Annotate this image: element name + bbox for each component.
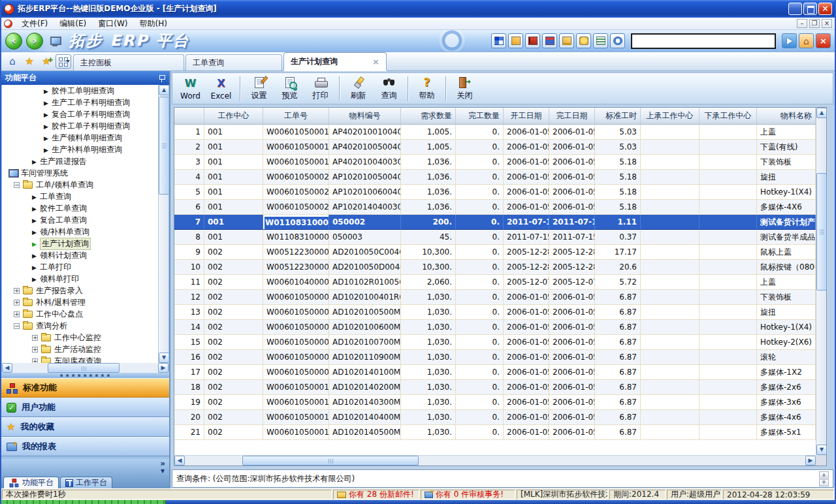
spin-down-icon[interactable]: ▼ — [819, 479, 829, 486]
scroll-up-icon[interactable]: ▲ — [816, 108, 827, 118]
tree-item[interactable]: 工单查询 — [2, 191, 169, 202]
tree-item[interactable]: −查询分析 — [2, 320, 169, 332]
minimize-button[interactable]: _ — [788, 3, 802, 15]
expand-icon[interactable]: + — [32, 347, 38, 353]
table-row[interactable]: 19002W006010500011AD1020140300M001,030.0… — [174, 395, 816, 410]
tree-item[interactable]: 胶件工单明细查询 — [2, 85, 169, 97]
menu-file[interactable]: 文件(F) — [16, 18, 54, 29]
tree-scroll-thumb[interactable] — [159, 97, 169, 195]
tree-item[interactable]: 生产补料单明细查询 — [2, 144, 169, 155]
table-row[interactable]: 6001W006010500022AP10201404003001,036.0.… — [174, 200, 816, 215]
help-button[interactable]: ?帮助 — [411, 74, 442, 103]
table-row[interactable]: 20002W006010500012AD1020140400M001,030.0… — [174, 410, 816, 425]
tree-item[interactable]: 生产领料单明细查询 — [2, 132, 169, 144]
word-export-button[interactable]: WWord — [175, 74, 206, 103]
tab-work-platform[interactable]: 工作平台 — [60, 477, 112, 488]
tree-item[interactable]: 领料计划查询 — [2, 249, 169, 261]
tree-item[interactable]: +补料/退料管理 — [2, 296, 169, 308]
column-header[interactable]: 工单号 — [263, 108, 329, 124]
tree-item[interactable]: 胶件工单查询 — [2, 202, 169, 214]
column-header[interactable] — [174, 108, 204, 124]
tree-item[interactable]: 生产计划查询 — [2, 238, 169, 249]
forward-icon[interactable]: › — [26, 33, 43, 50]
star-icon[interactable]: ★ — [22, 54, 37, 69]
table-row[interactable]: 21002W006010500013AD1020140500M001,030.0… — [174, 425, 816, 440]
favorite-star-icon[interactable] — [576, 33, 591, 48]
panel-my-reports[interactable]: 我的报表 — [1, 437, 169, 456]
splitter-handle[interactable]: ▪ ▪ ▪ ▪ ▪ ▪ ▪ ▪ ▪ — [1, 373, 169, 378]
tree-item[interactable]: 生产工单子料明细查询 — [2, 97, 169, 108]
tree-item[interactable]: −工单/领料单查询 — [2, 179, 169, 191]
table-row[interactable]: 17002W006010500009AD1020140100M001,030.0… — [174, 365, 816, 380]
column-header[interactable]: 开工日期 — [504, 108, 549, 124]
pin-icon[interactable] — [159, 74, 165, 82]
address-book-icon[interactable] — [593, 33, 608, 48]
column-header[interactable]: 完工日期 — [549, 108, 595, 124]
run-search-button[interactable] — [782, 33, 797, 48]
column-header[interactable]: 下承工作中心 — [699, 108, 757, 124]
column-header[interactable]: 工作中心 — [204, 108, 263, 124]
exit-app-button[interactable]: × — [816, 33, 831, 48]
mdi-restore-button[interactable]: ❐ — [809, 19, 820, 28]
tree-item[interactable]: +工作中心监控 — [2, 332, 169, 343]
back-icon[interactable]: ‹ — [5, 33, 22, 50]
menu-help[interactable]: 帮助(H) — [133, 18, 172, 29]
folder-add-icon[interactable] — [559, 33, 574, 48]
expand-icon[interactable]: + — [14, 300, 20, 306]
mdi-close-button[interactable]: × — [822, 19, 832, 28]
expand-icon[interactable]: + — [32, 335, 38, 341]
tab-1[interactable]: 主控面板 — [73, 54, 184, 71]
more-panels-icon[interactable]: »▾ — [160, 460, 165, 475]
table-row[interactable]: 12002W006010500004AD1020100401R001,030.0… — [174, 290, 816, 305]
tree-item[interactable]: 胶件工单子料明细查询 — [2, 120, 169, 132]
table-row[interactable]: 9002W005122300003AD2010050C0040010,300.0… — [174, 245, 816, 260]
tree-item[interactable]: +车间库存查询 — [2, 355, 169, 363]
spin-up-icon[interactable]: ▲ — [819, 471, 829, 479]
table-row[interactable]: 11002W006010400004AD10102R01005002,060.0… — [174, 275, 816, 290]
status-mail[interactable]: 你有 28 份新邮件! — [333, 490, 419, 499]
tree-item[interactable]: 生产跟进报告 — [2, 155, 169, 167]
tree-item[interactable]: +工作中心盘点 — [2, 308, 169, 320]
collapse-icon[interactable]: − — [14, 323, 20, 329]
preview-button[interactable]: 预览 — [274, 74, 305, 103]
menu-edit[interactable]: 编辑(E) — [54, 18, 92, 29]
scroll-right-icon[interactable]: ▶ — [805, 456, 816, 465]
tree-item[interactable]: 车间管理系统 — [2, 167, 169, 179]
tree-item[interactable]: +生产活动监控 — [2, 343, 169, 355]
menu-window[interactable]: 窗口(W) — [92, 18, 133, 29]
table-row[interactable]: 18002W006010500010AD1020140200M001,030.0… — [174, 380, 816, 395]
tree-hscroll-thumb[interactable] — [48, 363, 120, 373]
panel-my-favorites[interactable]: ★ 我的收藏 — [1, 417, 169, 437]
notebook-icon[interactable] — [525, 33, 540, 48]
tab-2[interactable]: 工单查询 — [185, 54, 282, 71]
editing-cell[interactable]: W011083100001 — [263, 215, 329, 230]
home-exit-button[interactable]: ⌂ — [799, 33, 814, 48]
clock-icon[interactable] — [610, 33, 625, 48]
column-header[interactable]: 物料编号 — [329, 108, 401, 124]
tree-item[interactable]: +生产报告录入 — [2, 285, 169, 296]
column-header[interactable]: 需求数量 — [401, 108, 456, 124]
panel-standard-functions[interactable]: 标准功能 — [1, 378, 169, 398]
expand-icon[interactable]: + — [32, 358, 38, 364]
tree-item[interactable]: 工单打印 — [2, 261, 169, 273]
search-input[interactable] — [631, 33, 776, 49]
grid-scroll-thumb[interactable] — [816, 173, 827, 291]
close-view-button[interactable]: 关闭 — [449, 74, 480, 103]
computer-icon[interactable] — [50, 36, 60, 46]
settings-button[interactable]: 设置 — [244, 74, 274, 103]
expand-icon[interactable]: + — [14, 288, 20, 294]
column-header[interactable]: 物料名称 — [757, 108, 816, 124]
table-row[interactable]: 10002W005122300004AD2010050D0040010,300.… — [174, 260, 816, 275]
scroll-down-icon[interactable]: ▼ — [159, 353, 169, 363]
table-row[interactable]: 2001W006010500016AP40201005004001,005.0.… — [174, 140, 816, 155]
collapse-icon[interactable]: − — [14, 182, 20, 188]
tab-function-platform[interactable]: 功能平台 — [3, 477, 59, 488]
restore-button[interactable] — [803, 3, 817, 15]
scroll-left-icon[interactable]: ◀ — [2, 363, 12, 373]
table-row[interactable]: 1001W006010500015AP40201001004001,005.0.… — [174, 125, 816, 140]
print-button[interactable]: 打印 — [305, 74, 336, 103]
table-row[interactable]: 16002W006010500008AD1020110900M001,030.0… — [174, 350, 816, 365]
column-header[interactable]: 上承工作中心 — [641, 108, 699, 124]
panel-user-functions[interactable]: ✓ 用户功能 — [1, 398, 169, 417]
scroll-right-icon[interactable]: ▶ — [158, 363, 169, 373]
